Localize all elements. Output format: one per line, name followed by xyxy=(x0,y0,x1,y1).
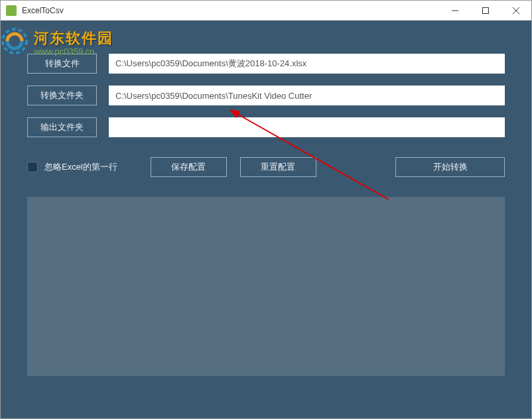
output-folder-button[interactable]: 输出文件夹 xyxy=(27,117,97,137)
start-convert-button[interactable]: 开始转换 xyxy=(395,157,505,177)
convert-folder-button[interactable]: 转换文件夹 xyxy=(27,86,97,105)
convert-folder-input[interactable] xyxy=(109,86,505,105)
watermark-logo-icon xyxy=(1,27,29,58)
convert-file-row: 转换文件 xyxy=(27,54,505,74)
reset-config-button[interactable]: 重置配置 xyxy=(240,157,316,177)
watermark-text: 河东软件园 xyxy=(34,29,113,48)
output-panel xyxy=(27,197,505,376)
save-config-button[interactable]: 保存配置 xyxy=(151,157,227,177)
output-folder-input[interactable] xyxy=(109,117,505,137)
minimize-button[interactable] xyxy=(440,1,470,20)
maximize-button[interactable] xyxy=(470,1,501,20)
window-controls xyxy=(440,1,531,20)
svg-point-4 xyxy=(3,29,27,53)
ignore-first-row-option: 忽略Excel的第一行 xyxy=(27,161,117,173)
convert-file-input[interactable] xyxy=(109,54,505,74)
close-button[interactable] xyxy=(501,1,531,20)
window-title: ExcelToCsv xyxy=(22,6,440,15)
convert-folder-row: 转换文件夹 xyxy=(27,86,505,105)
titlebar: ExcelToCsv xyxy=(1,1,531,21)
actions-row: 忽略Excel的第一行 保存配置 重置配置 开始转换 xyxy=(27,157,505,177)
app-body: 河东软件园 www.pc0359.cn 转换文件 转换文件夹 输出文件夹 忽略E… xyxy=(1,21,531,418)
ignore-first-row-checkbox[interactable] xyxy=(27,162,38,172)
convert-file-button[interactable]: 转换文件 xyxy=(27,54,97,74)
ignore-first-row-label: 忽略Excel的第一行 xyxy=(44,161,117,173)
svg-rect-1 xyxy=(483,7,489,13)
app-icon xyxy=(6,5,17,16)
output-folder-row: 输出文件夹 xyxy=(27,117,505,137)
